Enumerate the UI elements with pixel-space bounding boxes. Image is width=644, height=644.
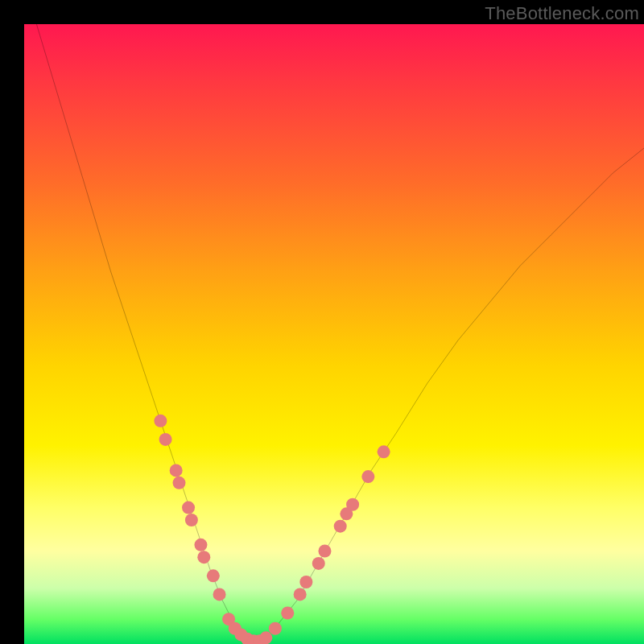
highlight-dot [170, 464, 183, 477]
highlight-dot [197, 551, 210, 564]
highlight-dot [312, 557, 325, 570]
highlight-dot [299, 576, 312, 588]
highlight-dot [182, 502, 195, 514]
highlight-dot [318, 544, 331, 557]
highlight-dot [294, 588, 307, 601]
chart-frame: TheBottleneck.com [0, 0, 644, 644]
curve-svg [24, 24, 644, 644]
highlight-dot [185, 514, 198, 526]
highlight-dot [281, 606, 294, 619]
highlight-dot [259, 631, 272, 644]
highlight-dot [159, 433, 172, 446]
bottleneck-curve [36, 24, 644, 644]
highlight-dot [207, 569, 220, 582]
highlight-dot [213, 588, 226, 601]
highlight-dots-group [154, 415, 390, 644]
highlight-dot [378, 445, 390, 458]
highlight-dot [334, 520, 347, 533]
highlight-dot [361, 470, 374, 483]
plot-area [24, 24, 644, 644]
highlight-dot [346, 498, 359, 511]
highlight-dot [194, 539, 207, 551]
highlight-dot [269, 622, 282, 635]
highlight-dot [154, 415, 167, 427]
highlight-dot [172, 477, 185, 489]
watermark-label: TheBottleneck.com [485, 3, 639, 24]
